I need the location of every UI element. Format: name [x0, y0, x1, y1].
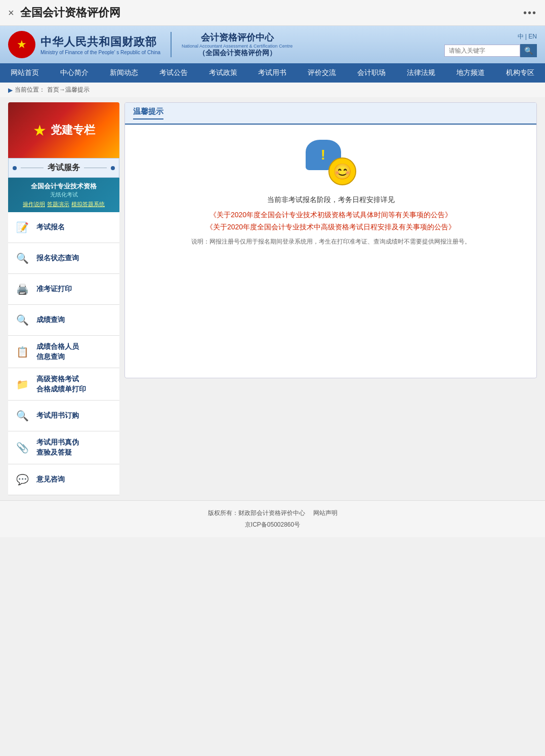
book-verify-icon: 📎 [13, 439, 31, 457]
book-order-label: 考试用书订购 [36, 411, 79, 420]
nav-item-org[interactable]: 机构专区 [500, 63, 540, 83]
search-input[interactable] [444, 45, 520, 57]
notice-link-1[interactable]: 《关于2020年度全国会计专业技术初级资格考试具体时间等有关事项的公告》 [135, 211, 526, 220]
notice-note: 说明：网报注册号仅用于报名期间登录系统用，考生在打印准考证、查询成绩时不需要提供… [135, 237, 526, 247]
service-title-text: 考试服务 [48, 163, 80, 173]
score-query-label: 成绩查询 [36, 315, 65, 325]
lang-switch[interactable]: 中 | EN [518, 32, 537, 41]
service-dot-left [13, 166, 17, 170]
exam-banner-links: 操作说明 答题演示 模拟答题系统 [13, 201, 114, 208]
site-header: ★ 中华人民共和国财政部 Ministry of Finance of the … [0, 26, 545, 63]
book-order-icon: 🔍 [13, 407, 31, 425]
content-tab: 温馨提示 [125, 103, 536, 125]
exam-link-demo[interactable]: 答题演示 [47, 201, 69, 208]
emblem-star: ★ [17, 38, 27, 51]
header-right: 中 | EN 🔍 [444, 32, 537, 57]
ministry-en: Ministry of Finance of the People' s Rep… [40, 50, 160, 55]
exam-link-operation[interactable]: 操作说明 [23, 201, 45, 208]
more-options-icon[interactable]: ••• [523, 7, 537, 19]
reg-status-icon: 🔍 [13, 249, 31, 267]
exam-banner: 全国会计专业技术资格 无纸化考试 操作说明 答题演示 模拟答题系统 [8, 178, 119, 212]
lang-sep: | [525, 33, 527, 40]
sidebar-item-adv-print[interactable]: 📁 高级资格考试合格成绩单打印 [8, 368, 119, 401]
close-icon[interactable]: × [8, 7, 14, 19]
book-verify-label: 考试用书真伪查验及答疑 [36, 437, 79, 457]
bubble-exclaim: ! [321, 147, 325, 163]
exam-reg-label: 考试报名 [36, 223, 65, 232]
service-dot-right [111, 166, 115, 170]
nav-item-law[interactable]: 法律法规 [401, 63, 441, 83]
center-title-sub: National Accountant Assessment & Certifi… [182, 44, 292, 49]
sidebar-item-reg-status[interactable]: 🔍 报名状态查询 [8, 243, 119, 274]
breadcrumb-prefix: 当前位置： [15, 86, 45, 94]
footer-icp: 京ICP备05002860号 [8, 521, 537, 529]
admit-card-label: 准考证打印 [36, 285, 72, 294]
footer: 版权所有：财政部会计资格评价中心 网站声明 京ICP备05002860号 [0, 500, 545, 537]
adv-print-icon: 📁 [13, 375, 31, 393]
page-title: 全国会计资格评价网 [20, 5, 120, 20]
main-nav: 网站首页 中心简介 新闻动态 考试公告 考试政策 考试用书 评价交流 会计职场 … [0, 63, 545, 83]
header-center: 会计资格评价中心 National Accountant Assessment … [182, 31, 292, 58]
sidebar-item-score-pass[interactable]: 📋 成绩合格人员信息查询 [8, 336, 119, 368]
sidebar: ★ 党建专栏 考试服务 全国会计专业技术资格 无纸化考试 操作说明 答题演示 模… [8, 102, 119, 495]
service-dot-line-left [21, 168, 44, 168]
reg-status-label: 报名状态查询 [36, 254, 79, 263]
exam-reg-icon: 📝 [13, 218, 31, 236]
party-banner: ★ 党建专栏 [8, 102, 119, 158]
exam-banner-title: 全国会计专业技术资格 [13, 182, 114, 191]
party-banner-text: 党建专栏 [51, 123, 95, 138]
notice-icon: ! 😊 [306, 140, 356, 185]
party-star-icon: ★ [33, 122, 47, 139]
content-inner: ! 😊 当前非考试报名阶段，考务日程安排详见 《关于2020年度全国会计专业技术… [125, 125, 536, 378]
sidebar-service-title: 考试服务 [8, 158, 119, 178]
main-content: 温馨提示 ! 😊 当前非考试报名阶段，考务日程安排详见 《关于2020年度全国会… [124, 102, 537, 495]
notice-link-2[interactable]: 《关于2020年度全国会计专业技术中高级资格考试日程安排及有关事项的公告》 [135, 223, 526, 232]
nav-item-local[interactable]: 地方频道 [450, 63, 491, 83]
footer-statement[interactable]: 网站声明 [313, 509, 338, 518]
header-ministry: 中华人民共和国财政部 Ministry of Finance of the Pe… [40, 34, 160, 55]
admit-card-icon: 🖨️ [13, 280, 31, 298]
sidebar-item-book-verify[interactable]: 📎 考试用书真伪查验及答疑 [8, 431, 119, 464]
sidebar-item-score-query[interactable]: 🔍 成绩查询 [8, 305, 119, 336]
logo-emblem: ★ [8, 31, 35, 58]
footer-copyright: 版权所有：财政部会计资格评价中心 [208, 509, 305, 518]
nav-item-exam-books[interactable]: 考试用书 [252, 63, 292, 83]
lang-en[interactable]: EN [528, 33, 537, 40]
content-tab-label: 温馨提示 [133, 107, 163, 120]
sidebar-item-book-order[interactable]: 🔍 考试用书订购 [8, 401, 119, 431]
content-area: ★ 党建专栏 考试服务 全国会计专业技术资格 无纸化考试 操作说明 答题演示 模… [0, 97, 545, 500]
breadcrumb: ▶ 当前位置： 首页→温馨提示 [0, 83, 545, 97]
notice-intro: 当前非考试报名阶段，考务日程安排详见 [135, 195, 526, 205]
top-bar: × 全国会计资格评价网 ••• [0, 0, 545, 26]
content-box: 温馨提示 ! 😊 当前非考试报名阶段，考务日程安排详见 《关于2020年度全国会… [124, 102, 537, 378]
lang-cn[interactable]: 中 [518, 33, 524, 40]
score-pass-icon: 📋 [13, 343, 31, 361]
sidebar-item-exam-reg[interactable]: 📝 考试报名 [8, 212, 119, 243]
search-box: 🔍 [444, 44, 537, 57]
sidebar-item-admit-card[interactable]: 🖨️ 准考证打印 [8, 274, 119, 305]
service-dot-line-right [84, 168, 107, 168]
feedback-label: 意见咨询 [36, 475, 65, 484]
nav-item-career[interactable]: 会计职场 [351, 63, 392, 83]
nav-item-exam-notice[interactable]: 考试公告 [153, 63, 194, 83]
nav-item-news[interactable]: 新闻动态 [104, 63, 144, 83]
exam-link-simulate[interactable]: 模拟答题系统 [71, 201, 105, 208]
search-button[interactable]: 🔍 [520, 44, 537, 57]
center-title-bracket: （全国会计资格评价网） [198, 49, 276, 58]
adv-print-label: 高级资格考试合格成绩单打印 [36, 374, 86, 394]
nav-item-exam-policy[interactable]: 考试政策 [203, 63, 243, 83]
nav-item-exchange[interactable]: 评价交流 [302, 63, 342, 83]
score-pass-label: 成绩合格人员信息查询 [36, 342, 79, 362]
top-bar-left: × 全国会计资格评价网 [8, 5, 120, 20]
center-title-cn: 会计资格评价中心 [201, 31, 274, 44]
feedback-icon: 💬 [13, 470, 31, 489]
breadcrumb-path: 首页→温馨提示 [47, 86, 90, 94]
nav-item-about[interactable]: 中心简介 [54, 63, 95, 83]
breadcrumb-icon: ▶ [8, 87, 13, 94]
header-divider [171, 32, 172, 57]
ministry-cn: 中华人民共和国财政部 [40, 34, 160, 50]
score-query-icon: 🔍 [13, 311, 31, 329]
sidebar-item-feedback[interactable]: 💬 意见咨询 [8, 464, 119, 495]
nav-item-home[interactable]: 网站首页 [5, 63, 45, 83]
header-left: ★ 中华人民共和国财政部 Ministry of Finance of the … [8, 31, 292, 58]
